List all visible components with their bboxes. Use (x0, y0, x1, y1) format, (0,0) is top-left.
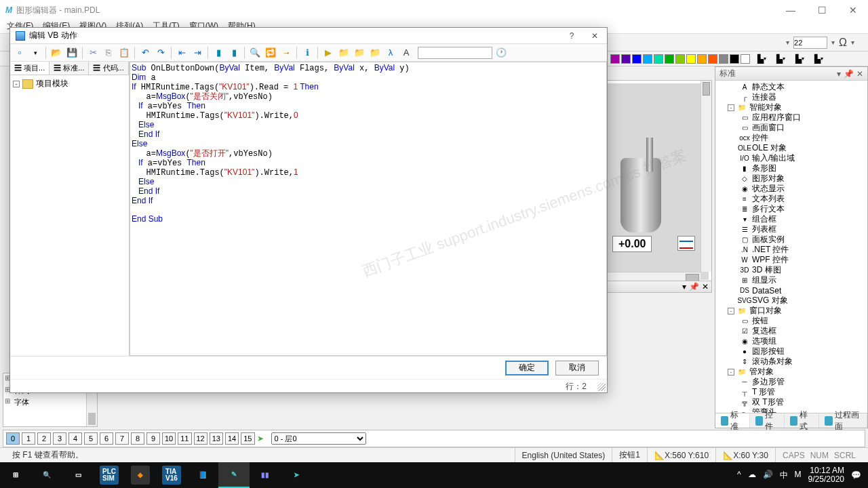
color-swatch[interactable] (741, 54, 750, 64)
run-icon[interactable]: ▶ (321, 46, 335, 60)
color-swatch[interactable] (686, 54, 696, 64)
layer-dropdown[interactable]: 0 - 层0 (271, 432, 366, 445)
dropdown-arrow-icon[interactable]: ▾ (786, 39, 789, 46)
effects-icon[interactable]: ▙▾ (811, 53, 826, 65)
palette-item[interactable]: DSDataSet (715, 285, 867, 296)
save-icon[interactable]: 💾 (65, 46, 79, 60)
palette-item[interactable]: ☑复选框 (715, 326, 867, 336)
palette-tab[interactable]: 过程画面 (819, 413, 867, 428)
palette-item[interactable]: ≣多行文本 (715, 204, 867, 214)
color-swatch[interactable] (675, 54, 685, 64)
palette-item[interactable]: ╦双 T形管 (715, 397, 867, 407)
palette-item[interactable]: I/O输入/输出域 (715, 153, 867, 163)
dialog-close-button[interactable]: ✕ (588, 31, 601, 41)
palette-item[interactable]: ▢面板实例 (715, 235, 867, 245)
color-swatch[interactable] (665, 54, 674, 64)
copy-icon[interactable]: ⎘ (102, 46, 115, 60)
layer-tab[interactable]: 8 (131, 432, 144, 445)
color-swatch[interactable] (654, 54, 663, 64)
clock-icon[interactable]: 🕐 (494, 46, 508, 60)
side-tab[interactable]: ☰ 代码... (89, 62, 128, 75)
expand-icon[interactable]: - (728, 369, 734, 375)
paste-icon[interactable]: 📋 (117, 46, 131, 60)
ok-button[interactable]: 确定 (505, 361, 549, 375)
taskbar-monitor[interactable]: ▮▮ (250, 462, 281, 488)
taskbar-notes[interactable]: 📘 (187, 462, 218, 488)
palette-item[interactable]: ⇕滚动条对象 (715, 357, 867, 367)
color-swatch[interactable] (643, 54, 652, 64)
tray-icon[interactable]: 🔊 (763, 470, 773, 481)
palette-item[interactable]: ⊞组显示 (715, 275, 867, 285)
palette-item[interactable]: WWPF 控件 (715, 255, 867, 265)
palette-item[interactable]: ☰列表框 (715, 224, 867, 235)
tray-icon[interactable]: ☁ (748, 470, 756, 481)
redo-icon[interactable]: ↷ (154, 46, 167, 60)
text-color-icon[interactable]: ▙▾ (792, 53, 807, 65)
layer-tab[interactable]: 12 (194, 432, 208, 445)
taskbar-search[interactable]: 🔍 (31, 462, 62, 488)
io-field-value[interactable]: +0.00 (612, 236, 652, 252)
outdent-icon[interactable]: ⇤ (175, 46, 189, 60)
taskbar-arrow[interactable]: ➤ (281, 462, 312, 488)
palette-item[interactable]: ◇图形对象 (715, 174, 867, 184)
expand-icon[interactable]: - (728, 104, 734, 111)
syntax-icon[interactable]: λ (384, 46, 397, 60)
side-tab[interactable]: ☰ 标准... (50, 62, 89, 75)
layer-tab[interactable]: 14 (225, 432, 239, 445)
trend-icon[interactable] (677, 236, 695, 251)
layer-tab[interactable]: 4 (68, 432, 82, 445)
close-icon[interactable]: ✕ (856, 69, 863, 79)
canvas-area[interactable]: +0.00 (604, 80, 712, 283)
layer-tab[interactable]: 0 (6, 432, 20, 445)
close-button[interactable]: ✕ (844, 5, 863, 16)
side-tab[interactable]: ☰ 项目... (10, 62, 50, 75)
pin-icon[interactable]: 📌 (844, 69, 854, 79)
undo-icon[interactable]: ↶ (138, 46, 152, 60)
color-swatch[interactable] (719, 54, 728, 64)
new-icon[interactable]: ▫ (13, 46, 26, 60)
palette-item[interactable]: .N.NET 控件 (715, 245, 867, 255)
indent-icon[interactable]: ⇥ (191, 46, 204, 60)
palette-item[interactable]: -📁智能对象 (715, 102, 867, 113)
folder3-icon[interactable]: 📁 (368, 46, 382, 60)
layer-tab[interactable]: 5 (84, 432, 98, 445)
help-button[interactable]: ? (565, 31, 578, 41)
palette-tab[interactable]: 样式 (785, 413, 819, 428)
text-icon[interactable]: A (399, 46, 413, 60)
collapse-icon[interactable]: - (13, 81, 20, 87)
layer-tab[interactable]: 7 (115, 432, 129, 445)
layer-next-icon[interactable]: ➤ (257, 434, 264, 443)
palette-item[interactable]: ┌连接器 (715, 92, 867, 102)
dropdown-icon[interactable]: ▾ (28, 46, 42, 60)
palette-item[interactable]: ◉选项组 (715, 336, 867, 346)
code-editor[interactable]: Sub OnLButtonDown(ByVal Item, ByVal Flag… (130, 62, 607, 356)
open-icon[interactable]: 📂 (50, 46, 63, 60)
vertical-scrollbar[interactable] (701, 81, 711, 272)
taskbar-plcsim[interactable]: PLC SIM (94, 462, 125, 488)
palette-item[interactable]: ▭按钮 (715, 316, 867, 326)
layer-tab[interactable]: 9 (146, 432, 160, 445)
color-swatch[interactable] (730, 54, 739, 64)
palette-item[interactable]: ▾组合框 (715, 214, 867, 224)
notification-icon[interactable]: 💬 (851, 470, 861, 480)
layer-tab[interactable]: 10 (162, 432, 176, 445)
layer-tab[interactable]: 3 (53, 432, 66, 445)
dropdown-arrow-icon[interactable]: ▾ (831, 39, 835, 46)
taskbar-app2[interactable]: ◆ (125, 462, 156, 488)
module-tree-root[interactable]: - 项目模块 (13, 78, 126, 89)
layer-tab[interactable]: 15 (241, 432, 254, 445)
minimize-button[interactable]: — (781, 5, 800, 16)
palette-item[interactable]: ▭应用程序窗口 (715, 113, 867, 123)
dropdown-icon[interactable]: ▾ (837, 69, 841, 79)
cut-icon[interactable]: ✂ (86, 46, 100, 60)
find-icon[interactable]: 🔍 (248, 46, 262, 60)
palette-tab[interactable]: 控件 (750, 413, 785, 428)
dropdown-icon[interactable]: ▾ (682, 282, 686, 291)
tray-icon[interactable]: 中 (780, 470, 788, 481)
color-swatch[interactable] (621, 54, 631, 64)
folder-icon[interactable]: 📁 (337, 46, 351, 60)
layer-tab[interactable]: 6 (100, 432, 113, 445)
palette-item[interactable]: ≡文本列表 (715, 194, 867, 204)
palette-item[interactable]: ─多边形管 (715, 377, 867, 387)
replace-icon[interactable]: 🔁 (264, 46, 277, 60)
